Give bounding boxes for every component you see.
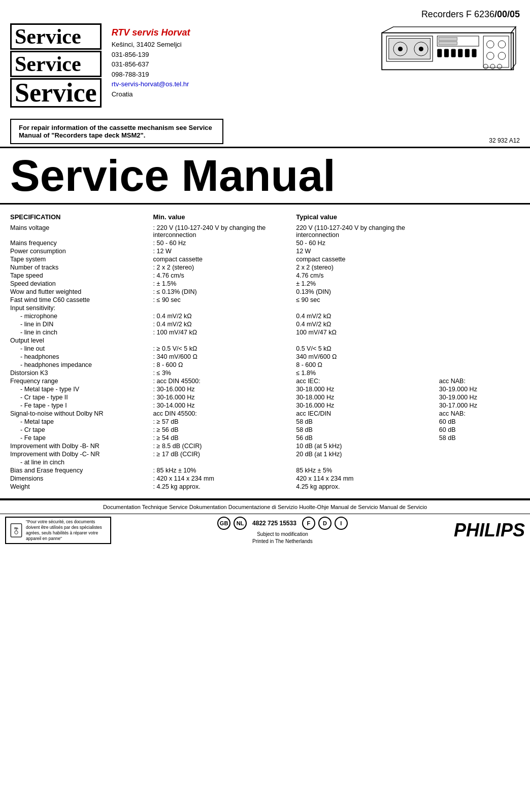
svg-marker-1 xyxy=(382,27,516,33)
company-name: RTV servis Horvat xyxy=(112,26,190,40)
svg-rect-4 xyxy=(389,39,430,59)
table-row: - Cr tape: ≥ 56 dB58 dB60 dB xyxy=(10,426,520,434)
table-row: Fast wind time C60 cassette: ≤ 90 sec≤ 9… xyxy=(10,296,520,304)
table-row: Improvement with Dolby -B- NR: ≥ 8.5 dB … xyxy=(10,442,520,450)
spec-min: compact cassette xyxy=(153,255,296,263)
spec-min: : acc DIN 45500: xyxy=(153,377,296,385)
doc-footer-text: Documentation Technique Service Dokument… xyxy=(5,502,525,512)
legal-text: "Pour votre sécurité, ces documents doiv… xyxy=(26,519,107,542)
col-header-spec: SPECIFICATION xyxy=(10,212,153,224)
company-phone1: 031-856-139 xyxy=(112,50,190,60)
spec-extra xyxy=(439,369,520,377)
spec-label: Improvement with Dolby -C- NR xyxy=(10,450,153,458)
spec-typ: 100 mV/47 kΩ xyxy=(296,328,439,336)
spec-extra xyxy=(439,247,520,255)
spec-typ: 58 dB xyxy=(296,418,439,426)
spec-extra xyxy=(439,224,520,239)
spec-label: Tape system xyxy=(10,255,153,263)
table-row: Distorsion K3: ≤ 3%≤ 1.8% xyxy=(10,369,520,377)
spec-typ: 30-16.000 Hz xyxy=(296,401,439,410)
spec-label: - Fe tape - type I xyxy=(10,401,153,410)
table-row: - Cr tape - type II: 30-16.000 Hz30-18.0… xyxy=(10,393,520,401)
table-row: - headphones: 340 mV/600 Ω340 mV/600 Ω xyxy=(10,353,520,361)
table-row: - line in cinch: 100 mV/47 kΩ100 mV/47 k… xyxy=(10,328,520,336)
table-row: - Metal tape - type IV: 30-16.000 Hz30-1… xyxy=(10,385,520,393)
table-row: - Fe tape: ≥ 54 dB56 dB58 dB xyxy=(10,434,520,442)
spec-label: Tape speed xyxy=(10,272,153,280)
spec-min: : 4.76 cm/s xyxy=(153,272,296,280)
spec-min: : ≥ 0.5 V/< 5 kΩ xyxy=(153,345,296,353)
svg-point-22 xyxy=(498,52,506,60)
table-row: Mains voltage: 220 V (110-127-240 V by c… xyxy=(10,224,520,239)
spec-extra xyxy=(439,272,520,280)
company-info: RTV servis Horvat Kešinci, 31402 Semeljc… xyxy=(112,26,190,99)
spec-label: Number of tracks xyxy=(10,263,153,272)
spec-typ: acc IEC: xyxy=(296,377,439,385)
spec-min: : 30-16.000 Hz xyxy=(153,385,296,393)
spec-typ: 0.13% (DIN) xyxy=(296,288,439,296)
spec-min: acc DIN 45500: xyxy=(153,410,296,418)
recorder-title: Recorders F 6236/00/05 xyxy=(421,5,520,21)
catalog-number: 4822 725 15533 xyxy=(252,520,296,527)
spec-label: - line in DIN xyxy=(10,320,153,328)
svg-point-28 xyxy=(15,531,18,534)
country-d: D xyxy=(318,517,332,530)
spec-label: Mains voltage xyxy=(10,224,153,239)
spec-label: - Fe tape xyxy=(10,434,153,442)
spec-typ xyxy=(296,458,439,466)
country-i: I xyxy=(335,517,348,530)
table-row: Input sensitivity: xyxy=(10,304,520,312)
svg-rect-17 xyxy=(439,42,457,45)
svg-point-20 xyxy=(498,41,506,48)
spec-label: Distorsion K3 xyxy=(10,369,153,377)
table-row: Wow and flutter weighted: ≤ 0.13% (DIN)0… xyxy=(10,288,520,296)
table-row: Mains frequency: 50 - 60 Hz50 - 60 Hz xyxy=(10,239,520,247)
philips-brand: PHILIPS xyxy=(454,520,525,541)
spec-typ: 220 V (110-127-240 V by changing the int… xyxy=(296,224,439,239)
spec-label: - headphones xyxy=(10,353,153,361)
service-label-3: Service xyxy=(10,78,102,108)
svg-point-19 xyxy=(487,41,494,48)
spec-min: : ≤ 3% xyxy=(153,369,296,377)
svg-rect-14 xyxy=(472,49,476,57)
table-row: Weight: 4.25 kg approx.4.25 kg approx. xyxy=(10,483,520,491)
spec-min: : 2 x 2 (stereo) xyxy=(153,263,296,272)
company-phone2: 031-856-637 xyxy=(112,59,190,70)
spec-label: - Cr tape xyxy=(10,426,153,434)
spec-min: : ≤ 90 sec xyxy=(153,296,296,304)
spec-typ: 0.4 mV/2 kΩ xyxy=(296,320,439,328)
spec-extra: acc NAB: xyxy=(439,410,520,418)
bottom-middle: GB NL 4822 725 15533 F D I Subject to mo… xyxy=(116,517,449,544)
service-logo: Service Service Service xyxy=(10,23,102,108)
svg-rect-16 xyxy=(439,38,457,41)
spec-label: Weight xyxy=(10,483,153,491)
spec-min: : ≥ 57 dB xyxy=(153,418,296,426)
spec-min xyxy=(153,304,296,312)
spec-typ: 12 W xyxy=(296,247,439,255)
subject-to-modification: Subject to modification xyxy=(257,531,308,537)
svg-point-23 xyxy=(483,64,488,69)
spec-typ: 8 - 600 Ω xyxy=(296,361,439,369)
spec-label: - Metal tape - type IV xyxy=(10,385,153,393)
printed-in: Printed in The Netherlands xyxy=(252,538,313,544)
spec-min: : 100 mV/47 kΩ xyxy=(153,328,296,336)
spec-label: - microphone xyxy=(10,312,153,320)
philips-logo-box: Ph "Pour votre sécurité, ces documents d… xyxy=(5,517,111,544)
spec-typ xyxy=(296,304,439,312)
table-row: Signal-to-noise without Dolby NRacc DIN … xyxy=(10,410,520,418)
spec-min: : ≥ 8.5 dB (CCIR) xyxy=(153,442,296,450)
spec-min xyxy=(153,336,296,345)
svg-rect-18 xyxy=(483,36,509,67)
spec-extra: 30-17.000 Hz xyxy=(439,401,520,410)
notice-text: For repair information of the cassette m… xyxy=(19,124,212,139)
spec-extra xyxy=(439,312,520,320)
spec-table: SPECIFICATION Min. value Typical value M… xyxy=(10,212,520,491)
spec-label: - Metal tape xyxy=(10,418,153,426)
table-row: Number of tracks: 2 x 2 (stereo)2 x 2 (s… xyxy=(10,263,520,272)
table-row: - headphones impedance: 8 - 600 Ω8 - 600… xyxy=(10,361,520,369)
spec-extra: 60 dB xyxy=(439,418,520,426)
spec-min: : 0.4 mV/2 kΩ xyxy=(153,320,296,328)
spec-label: Fast wind time C60 cassette xyxy=(10,296,153,304)
service-label-1: Service xyxy=(10,23,102,50)
spec-typ: ≤ 1.8% xyxy=(296,369,439,377)
